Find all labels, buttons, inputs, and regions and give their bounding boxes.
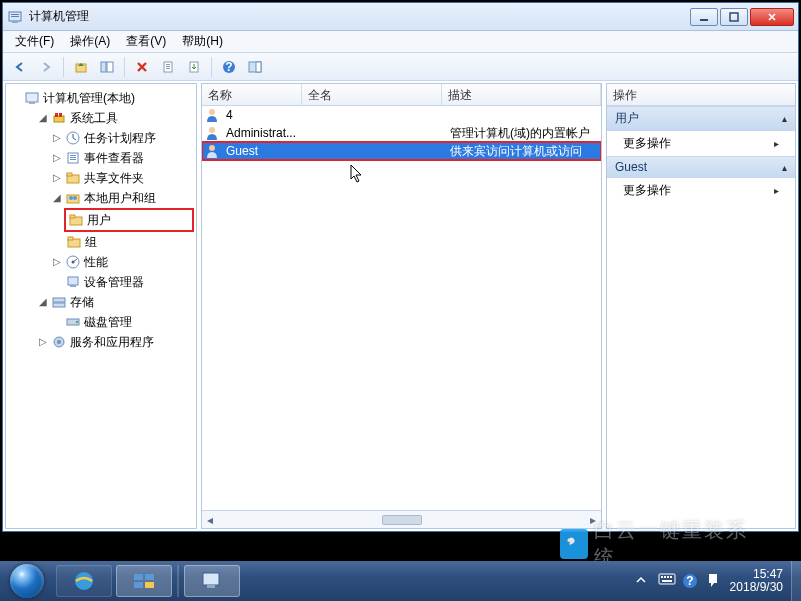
tray-clock[interactable]: 15:47 2018/9/30 (730, 568, 783, 594)
svg-rect-56 (207, 585, 215, 588)
col-name[interactable]: 名称 (202, 84, 302, 105)
action-center-icon[interactable] (706, 573, 722, 589)
actions-section-guest[interactable]: Guest ▴ (607, 156, 795, 178)
list-row-selected[interactable]: Guest 供来宾访问计算机或访问 (202, 142, 601, 160)
actions-section-users[interactable]: 用户 ▴ (607, 106, 795, 131)
export-button[interactable] (183, 56, 205, 78)
collapse-icon[interactable]: ◢ (38, 293, 48, 311)
tree-services-apps[interactable]: ▷服务和应用程序 (36, 332, 194, 352)
collapse-icon[interactable]: ▴ (782, 162, 787, 173)
menu-help[interactable]: 帮助(H) (176, 31, 229, 52)
properties-button[interactable] (157, 56, 179, 78)
tree-task-scheduler[interactable]: ▷任务计划程序 (50, 128, 194, 148)
svg-rect-19 (29, 102, 35, 104)
horizontal-scrollbar[interactable]: ◂ ▸ (202, 510, 601, 528)
svg-point-47 (209, 109, 215, 115)
submenu-icon: ▸ (774, 185, 779, 196)
titlebar[interactable]: 计算机管理 (3, 3, 798, 31)
svg-rect-7 (101, 62, 106, 72)
close-button[interactable] (750, 8, 794, 26)
expand-icon[interactable]: ▷ (52, 129, 62, 147)
svg-point-32 (73, 196, 77, 200)
tree-root[interactable]: 计算机管理(本地) (22, 88, 194, 108)
tree-system-tools[interactable]: ◢ 系统工具 (36, 108, 194, 128)
delete-button[interactable] (131, 56, 153, 78)
show-desktop-button[interactable] (791, 561, 801, 601)
svg-rect-59 (664, 576, 666, 578)
tree-local-users-groups[interactable]: ◢本地用户和组 (50, 188, 194, 208)
tree-disk-management[interactable]: 磁盘管理 (50, 312, 194, 332)
show-hide-tree-button[interactable] (96, 56, 118, 78)
svg-point-38 (72, 261, 75, 264)
collapse-icon[interactable]: ◢ (38, 109, 48, 127)
taskbar-ie[interactable] (56, 565, 112, 597)
svg-rect-53 (134, 582, 143, 588)
expand-icon[interactable]: ▷ (52, 149, 62, 167)
taskbar[interactable]: ? 15:47 2018/9/30 (0, 561, 801, 601)
help-button[interactable]: ? (218, 56, 240, 78)
tree-performance[interactable]: ▷性能 (50, 252, 194, 272)
tree-groups[interactable]: 组 (64, 232, 194, 252)
tree-shared-folders[interactable]: ▷共享文件夹 (50, 168, 194, 188)
list-body[interactable]: 4 Administrat... 管理计算机(域)的内置帐户 Guest 供来宾… (202, 106, 601, 510)
actions-more-guest[interactable]: 更多操作 ▸ (607, 178, 795, 203)
start-button[interactable] (0, 561, 54, 601)
svg-rect-60 (667, 576, 669, 578)
col-desc[interactable]: 描述 (442, 84, 601, 105)
taskbar-compmgmt[interactable] (184, 565, 240, 597)
expand-icon[interactable]: ▷ (52, 253, 62, 271)
list-pane: 名称 全名 描述 4 Administrat... 管理计算机(域)的内置帐户 (201, 83, 602, 529)
taskbar-explorer[interactable] (116, 565, 172, 597)
svg-rect-4 (700, 19, 708, 21)
menu-view[interactable]: 查看(V) (120, 31, 172, 52)
list-row[interactable]: 4 (202, 106, 601, 124)
expand-icon[interactable]: ▷ (52, 169, 62, 187)
svg-rect-2 (11, 16, 19, 17)
maximize-button[interactable] (720, 8, 748, 26)
svg-text:?: ? (225, 60, 232, 74)
tree-device-manager[interactable]: 设备管理器 (50, 272, 194, 292)
svg-rect-8 (107, 62, 113, 72)
svg-rect-57 (659, 574, 675, 584)
svg-rect-42 (53, 303, 65, 307)
svg-rect-51 (134, 574, 143, 580)
collapse-icon[interactable]: ◢ (52, 189, 62, 207)
minimize-button[interactable] (690, 8, 718, 26)
menu-action[interactable]: 操作(A) (64, 31, 116, 52)
svg-rect-40 (70, 285, 76, 287)
keyboard-icon[interactable] (658, 573, 674, 589)
scrollbar-thumb[interactable] (382, 515, 422, 525)
tray-up-icon[interactable] (634, 573, 650, 589)
back-button[interactable] (9, 56, 31, 78)
help-tray-icon[interactable]: ? (682, 573, 698, 589)
submenu-icon: ▸ (774, 138, 779, 149)
svg-rect-52 (145, 574, 154, 580)
svg-text:?: ? (686, 574, 693, 588)
collapse-icon[interactable]: ▴ (782, 113, 787, 124)
tree-storage[interactable]: ◢存储 (36, 292, 194, 312)
actions-more-users[interactable]: 更多操作 ▸ (607, 131, 795, 156)
svg-point-44 (76, 321, 78, 323)
action-pane-button[interactable] (244, 56, 266, 78)
svg-rect-25 (70, 155, 76, 156)
svg-rect-61 (670, 576, 672, 578)
tree-event-viewer[interactable]: ▷事件查看器 (50, 148, 194, 168)
watermark: 白云一键重装系统 (560, 527, 755, 561)
svg-rect-27 (70, 159, 76, 160)
nav-tree[interactable]: 计算机管理(本地) ◢ 系统工具 ▷任务计划程序 ▷事件查看器 (5, 83, 197, 529)
svg-point-48 (209, 127, 215, 133)
list-row[interactable]: Administrat... 管理计算机(域)的内置帐户 (202, 124, 601, 142)
scroll-left-icon[interactable]: ◂ (202, 512, 218, 528)
system-tray[interactable]: ? 15:47 2018/9/30 (626, 568, 791, 594)
svg-rect-21 (55, 113, 58, 117)
scroll-right-icon[interactable]: ▸ (585, 512, 601, 528)
user-icon (204, 143, 220, 159)
menu-file[interactable]: 文件(F) (9, 31, 60, 52)
up-button[interactable] (70, 56, 92, 78)
expand-icon[interactable]: ▷ (38, 333, 48, 351)
actions-header: 操作 (607, 84, 795, 106)
svg-rect-62 (662, 580, 672, 582)
forward-button[interactable] (35, 56, 57, 78)
col-fullname[interactable]: 全名 (302, 84, 442, 105)
tree-users[interactable]: 用户 (64, 208, 194, 232)
